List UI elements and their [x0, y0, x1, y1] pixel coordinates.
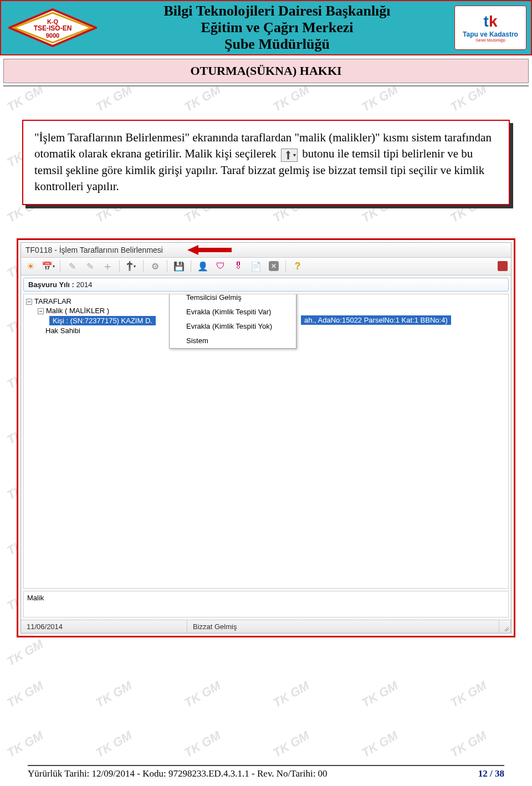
logo-right: tk Tapu ve Kadastro Genel Müdürlüğü	[454, 6, 526, 50]
status-field-label: Malik	[27, 594, 44, 602]
person-icon	[173, 307, 181, 317]
footer-left: Yürürlük Tarihi: 12/09/2014 - Kodu: 9729…	[28, 768, 328, 779]
logo-right-sub: Genel Müdürlüğü	[475, 38, 505, 42]
toolbar-action1-icon[interactable]: ✎	[66, 260, 78, 272]
dropdown-item-evrakla-yok[interactable]: Evrakla (Kimlik Tespiti Yok)	[170, 319, 296, 334]
tree-collapse-icon[interactable]: −	[26, 299, 32, 305]
watermark: TK GM	[4, 83, 45, 115]
status-text-field[interactable]: Malik	[23, 591, 509, 617]
page-footer: Yürürlük Tarihi: 12/09/2014 - Kodu: 9729…	[0, 765, 532, 779]
watermark: TK GM	[182, 83, 223, 115]
window-titlebar: TF0118 - İşlem Taraflarının Belirlenmesi	[21, 243, 511, 258]
basvuru-row: Başvuru Yılı : 2014	[23, 278, 509, 292]
toolbar-close-round-icon[interactable]: ✕	[268, 260, 280, 272]
watermark: TK GM	[4, 678, 45, 711]
tree-root-label: TARAFLAR	[34, 297, 71, 305]
dropdown-item-label: Evrakla (Kimlik Tespiti Var)	[186, 308, 271, 316]
person-dropdown-icon	[281, 149, 298, 162]
toolbar-doc-icon[interactable]: 📄	[250, 260, 262, 272]
watermark: TK GM	[359, 728, 400, 761]
dropdown-item-temsilcisi-gelmis[interactable]: Temsilcisi Gelmiş	[170, 294, 296, 305]
toolbar-save-icon[interactable]: 💾	[173, 260, 185, 272]
header-line3: Şube Müdürlüğü	[100, 36, 454, 53]
watermark: TK GM	[4, 728, 45, 761]
dropdown-item-sistem[interactable]: Sistem	[170, 334, 296, 348]
dropdown-item-evrakla-var[interactable]: Evrakla (Kimlik Tespiti Var)	[170, 305, 296, 319]
toolbar-help-icon[interactable]: ?	[291, 260, 304, 272]
watermark: TK GM	[93, 83, 134, 115]
toolbar-separator	[60, 260, 60, 272]
divider	[3, 85, 529, 86]
header-line1: Bilgi Teknolojileri Dairesi Başkanlığı	[100, 3, 454, 19]
watermark: TK GM	[270, 83, 311, 115]
toolbar-sun-icon[interactable]: ☀	[24, 260, 37, 272]
statusbar-date: 11/06/2014	[21, 620, 187, 633]
screenshot-frame: TF0118 - İşlem Taraflarının Belirlenmesi…	[17, 238, 515, 637]
logo-right-mark: tk	[484, 14, 498, 29]
footer-divider	[28, 765, 504, 766]
watermark: TK GM	[182, 678, 223, 711]
person-icon	[173, 294, 181, 303]
person-icon	[173, 321, 181, 331]
watermark: TK GM	[270, 678, 311, 711]
tree-collapse-icon[interactable]: −	[38, 308, 44, 314]
watermark: TK GM	[359, 83, 400, 115]
tree-kisi-tail: ah., AdaNo:15022 ParselNo:1 Kat:1 BBNo:4…	[301, 315, 451, 325]
toolbar-separator	[167, 260, 167, 272]
watermark: TK GM	[182, 728, 223, 761]
tree-hak-label: Hak Sahibi	[45, 326, 80, 335]
watermark: TK GM	[4, 637, 45, 669]
footer-page-number: 12 / 38	[478, 768, 504, 779]
tree-malik-label: Malik ( MALİKLER )	[46, 307, 109, 315]
watermark: TK GM	[359, 678, 400, 711]
callout-arrow-icon	[187, 245, 232, 255]
toolbar-calendar-icon[interactable]: 📅▾	[42, 260, 54, 272]
resize-grip-icon[interactable]	[499, 620, 511, 633]
toolbar-shield-icon[interactable]: 🛡	[214, 260, 227, 272]
logo-left: K-Q TSE-ISO-EN 9000	[6, 6, 100, 50]
basvuru-year: 2014	[76, 280, 92, 289]
watermark: TK GM	[93, 678, 134, 711]
basvuru-label: Başvuru Yılı :	[28, 280, 76, 289]
window-title: TF0118 - İşlem Taraflarının Belirlenmesi	[25, 246, 163, 254]
tree-kisi-tail-label: ah., AdaNo:15022 ParselNo:1 Kat:1 BBNo:4…	[301, 315, 451, 325]
toolbar-action2-icon[interactable]: ✎	[84, 260, 96, 272]
app-window: TF0118 - İşlem Taraflarının Belirlenmesi…	[21, 242, 511, 634]
watermark: TK GM	[270, 728, 311, 761]
toolbar-separator	[119, 260, 120, 272]
watermark: TK GM	[448, 728, 489, 761]
header-line2: Eğitim ve Çağrı Merkezi	[100, 19, 454, 36]
watermark: TK GM	[448, 83, 489, 115]
watermark: TK GM	[93, 728, 134, 761]
section-title: OTURMA(SÜKNA) HAKKI	[3, 59, 529, 83]
statusbar-mode: Bizzat Gelmiş	[187, 620, 499, 633]
statusbar: 11/06/2014 Bizzat Gelmiş	[21, 620, 511, 633]
toolbar-add-icon[interactable]: ＋	[101, 260, 114, 272]
toolbar-user-icon[interactable]: 👤	[197, 260, 209, 272]
tree-area[interactable]: −TARAFLAR −Malik ( MALİKLER ) Kişi : (SN…	[23, 294, 509, 589]
page-header: K-Q TSE-ISO-EN 9000 Bilgi Teknolojileri …	[0, 0, 532, 55]
dropdown-item-label: Evrakla (Kimlik Tespiti Yok)	[186, 322, 272, 330]
svg-marker-2	[187, 245, 232, 255]
person-icon	[173, 336, 181, 346]
toolbar-badge-icon[interactable]: 🎖	[232, 260, 244, 272]
tree-selected-left: Kişi : (SN:72377175) KAZIM D.	[49, 316, 156, 325]
logo-left-line2: TSE-ISO-EN	[8, 25, 97, 32]
instruction-box: "İşlem Taraflarının Belirlenmesi" ekranı…	[22, 120, 510, 205]
logo-left-line3: 9000	[8, 32, 97, 39]
toolbar-separator	[143, 260, 144, 272]
toolbar-gear-icon[interactable]: ⚙	[149, 260, 161, 272]
toolbar-person-dropdown-icon[interactable]: ▾	[125, 260, 137, 272]
temsil-dropdown[interactable]: Bizzat Gelmiş Temsilcisi Gelmiş Evrakla …	[169, 294, 296, 349]
tree-kisi-label: Kişi : (SN:72377175) KAZIM D.	[53, 317, 152, 325]
toolbar: ☀ 📅▾ ✎ ✎ ＋ ▾ ⚙ 💾 👤 🛡 🎖 📄 ✕ ?	[21, 258, 511, 275]
toolbar-separator	[285, 260, 286, 272]
watermark: TK GM	[448, 678, 489, 711]
toolbar-exit-icon[interactable]	[498, 261, 508, 271]
toolbar-separator	[191, 260, 191, 272]
header-title-block: Bilgi Teknolojileri Dairesi Başkanlığı E…	[100, 3, 454, 53]
logo-right-text: Tapu ve Kadastro	[463, 30, 518, 38]
dropdown-item-label: Temsilcisi Gelmiş	[186, 294, 242, 302]
dropdown-item-label: Sistem	[186, 336, 208, 345]
